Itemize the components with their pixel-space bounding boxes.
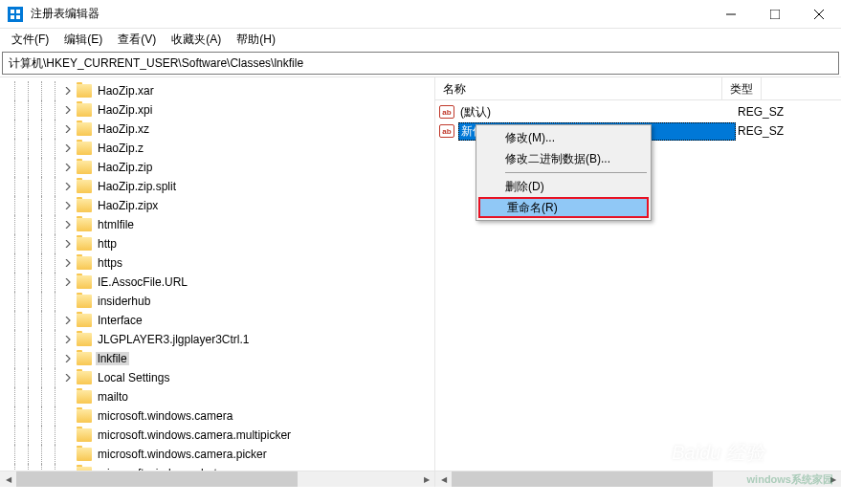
tree-item[interactable]: microsoft.windows.camera.picker bbox=[0, 445, 434, 464]
tree-item-label: HaoZip.xz bbox=[96, 122, 151, 136]
chevron-right-icon[interactable] bbox=[61, 334, 75, 345]
chevron-right-icon[interactable] bbox=[61, 181, 75, 192]
chevron-right-icon[interactable] bbox=[61, 429, 75, 441]
tree-item-label: HaoZip.xpi bbox=[96, 103, 154, 117]
tree-item[interactable]: Local Settings bbox=[0, 368, 434, 387]
tree-item[interactable]: microsoft.windows.camera.multipicker bbox=[0, 426, 434, 445]
tree-item[interactable]: microsoft.windows.camera bbox=[0, 406, 434, 426]
chevron-right-icon[interactable] bbox=[61, 142, 75, 154]
tree-item[interactable]: https bbox=[0, 253, 434, 273]
chevron-right-icon[interactable] bbox=[61, 104, 75, 116]
folder-icon bbox=[77, 371, 92, 384]
scroll-thumb[interactable] bbox=[452, 471, 713, 487]
tree-item[interactable]: htmlfile bbox=[0, 215, 434, 234]
tree-item[interactable]: HaoZip.xpi bbox=[0, 100, 434, 120]
chevron-right-icon[interactable] bbox=[61, 296, 75, 307]
tree-item-label: microsoft.windows.camera.multipicker bbox=[96, 428, 293, 442]
context-menu-item[interactable]: 重命名(R) bbox=[478, 197, 649, 218]
tree-item-label: https bbox=[96, 256, 124, 270]
svg-rect-2 bbox=[11, 15, 14, 19]
context-menu-item[interactable]: 修改(M)... bbox=[478, 127, 649, 148]
tree-item-label: HaoZip.zipx bbox=[96, 199, 160, 212]
chevron-right-icon[interactable] bbox=[61, 353, 75, 364]
tree-item[interactable]: HaoZip.zip.split bbox=[0, 177, 434, 196]
tree-item[interactable]: HaoZip.zip bbox=[0, 158, 434, 177]
tree-item-label: HaoZip.zip.split bbox=[96, 180, 178, 193]
menu-favorites[interactable]: 收藏夹(A) bbox=[164, 30, 229, 50]
chevron-right-icon[interactable] bbox=[61, 238, 75, 250]
list-row[interactable]: ab(默认)REG_SZ bbox=[435, 102, 841, 121]
tree-item[interactable]: HaoZip.z bbox=[0, 139, 434, 158]
scroll-track[interactable] bbox=[16, 471, 418, 487]
tree-scrollbar-horizontal[interactable]: ◀ ▶ bbox=[0, 471, 434, 487]
tree-panel: HaoZip.xarHaoZip.xpiHaoZip.xzHaoZip.zHao… bbox=[0, 77, 435, 487]
chevron-right-icon[interactable] bbox=[61, 315, 75, 326]
tree-item[interactable]: HaoZip.zipx bbox=[0, 196, 434, 215]
scroll-left-button[interactable]: ◀ bbox=[435, 471, 452, 487]
chevron-right-icon[interactable] bbox=[61, 276, 75, 288]
tree-item[interactable]: JLGPLAYER3.jlgplayer3Ctrl.1 bbox=[0, 330, 434, 349]
minimize-button[interactable] bbox=[709, 0, 753, 29]
folder-icon bbox=[77, 352, 92, 365]
string-value-icon: ab bbox=[439, 124, 454, 138]
chevron-right-icon[interactable] bbox=[61, 372, 75, 383]
tree-item[interactable]: insiderhub bbox=[0, 292, 434, 311]
tree-item[interactable]: Interface bbox=[0, 311, 434, 330]
chevron-right-icon[interactable] bbox=[61, 123, 75, 135]
app-icon bbox=[8, 7, 23, 22]
maximize-button[interactable] bbox=[753, 0, 797, 29]
menu-view[interactable]: 查看(V) bbox=[110, 30, 164, 50]
watermark-windows: windows系统家园 bbox=[747, 472, 833, 487]
tree-item[interactable]: lnkfile bbox=[0, 349, 434, 368]
folder-icon bbox=[77, 180, 92, 193]
context-divider bbox=[505, 172, 647, 173]
menu-file[interactable]: 文件(F) bbox=[4, 30, 56, 50]
column-header-name[interactable]: 名称 bbox=[435, 77, 722, 99]
menu-edit[interactable]: 编辑(E) bbox=[56, 30, 110, 50]
tree-item[interactable]: mailto bbox=[0, 387, 434, 406]
value-type: REG_SZ bbox=[736, 124, 786, 138]
chevron-right-icon[interactable] bbox=[61, 85, 75, 97]
chevron-right-icon[interactable] bbox=[61, 219, 75, 230]
context-menu-item[interactable]: 删除(D) bbox=[478, 176, 649, 197]
folder-icon bbox=[77, 142, 92, 155]
tree-item-label: http bbox=[96, 237, 119, 251]
tree-item[interactable]: IE.AssocFile.URL bbox=[0, 273, 434, 292]
chevron-right-icon[interactable] bbox=[61, 200, 75, 211]
folder-icon bbox=[77, 161, 92, 174]
chevron-right-icon[interactable] bbox=[61, 449, 75, 460]
folder-icon bbox=[77, 199, 92, 212]
tree-item-label: JLGPLAYER3.jlgplayer3Ctrl.1 bbox=[96, 333, 252, 346]
tree-content[interactable]: HaoZip.xarHaoZip.xpiHaoZip.xzHaoZip.zHao… bbox=[0, 77, 434, 487]
tree-item-label: Local Settings bbox=[96, 371, 171, 384]
chevron-right-icon[interactable] bbox=[61, 162, 75, 173]
tree-item-label: mailto bbox=[96, 390, 130, 404]
folder-icon bbox=[77, 409, 92, 423]
chevron-right-icon[interactable] bbox=[61, 391, 75, 403]
svg-rect-0 bbox=[11, 10, 14, 13]
tree-item-label: HaoZip.z bbox=[96, 142, 145, 155]
folder-icon bbox=[77, 256, 92, 270]
main-area: HaoZip.xarHaoZip.xpiHaoZip.xzHaoZip.zHao… bbox=[0, 77, 841, 487]
context-menu-item[interactable]: 修改二进制数据(B)... bbox=[478, 148, 649, 169]
close-button[interactable] bbox=[797, 0, 841, 29]
string-value-icon: ab bbox=[439, 105, 454, 119]
watermark-baidu: Baidu 经验 bbox=[672, 440, 764, 466]
chevron-right-icon[interactable] bbox=[61, 410, 75, 422]
folder-icon bbox=[77, 448, 92, 461]
tree-item[interactable]: http bbox=[0, 234, 434, 253]
scroll-thumb[interactable] bbox=[16, 471, 298, 487]
folder-icon bbox=[77, 122, 92, 136]
scroll-right-button[interactable]: ▶ bbox=[418, 471, 434, 487]
tree-item[interactable]: HaoZip.xar bbox=[0, 81, 434, 100]
scroll-left-button[interactable]: ◀ bbox=[0, 471, 16, 487]
svg-rect-1 bbox=[16, 10, 20, 13]
tree-item[interactable]: HaoZip.xz bbox=[0, 120, 434, 139]
menubar: 文件(F) 编辑(E) 查看(V) 收藏夹(A) 帮助(H) bbox=[0, 29, 841, 50]
chevron-right-icon[interactable] bbox=[61, 257, 75, 269]
folder-icon bbox=[77, 333, 92, 346]
tree-item-label: lnkfile bbox=[96, 352, 129, 365]
address-bar[interactable]: 计算机\HKEY_CURRENT_USER\Software\Classes\l… bbox=[2, 52, 839, 75]
column-header-type[interactable]: 类型 bbox=[722, 77, 762, 99]
menu-help[interactable]: 帮助(H) bbox=[229, 30, 283, 50]
